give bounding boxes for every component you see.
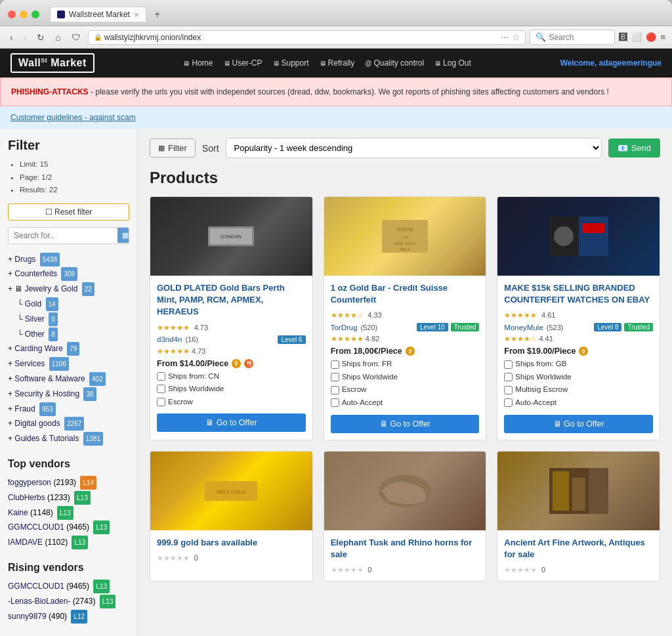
vendor-kaine-link[interactable]: Kaine — [8, 508, 28, 517]
ships-worldwide-cb-3[interactable] — [504, 373, 513, 381]
username-link[interactable]: adageemeringue — [599, 58, 662, 68]
ships-from-cb-1[interactable] — [157, 372, 165, 381]
product-title-link-2[interactable]: 1 oz Gold Bar - Credit Suisse Counterfei… — [331, 282, 480, 306]
autoaccept-cb-2[interactable] — [331, 398, 339, 407]
cat-gold[interactable]: └ Gold 14 — [8, 297, 129, 312]
maximize-window-button[interactable] — [32, 11, 39, 18]
cat-jewelry-gold[interactable]: + 🖥 Jewelry & Gold 22 — [8, 282, 129, 297]
product-title-1: GOLD PLATED Gold Bars Perth Mint, PAMP, … — [157, 282, 306, 318]
star-icon[interactable]: ☆ — [513, 33, 520, 42]
vendor-iamdave-link[interactable]: IAMDAVE — [8, 538, 43, 547]
btc-icon-2: ₿ — [406, 347, 415, 356]
rising-vendor-lenas-link[interactable]: -Lenas-BioLaden- — [8, 597, 70, 606]
address-bar-icons: ⋯ ☆ — [501, 33, 520, 42]
go-offer-button-2[interactable]: 🖥 Go to Offer — [331, 415, 480, 433]
vendor-clubherbs-link[interactable]: ClubHerbs — [8, 493, 45, 502]
guideline-link[interactable]: Customer guidelines - against scam — [10, 113, 136, 122]
rating-val-1: 4.73 — [194, 324, 208, 331]
go-offer-button-3[interactable]: 🖥 Go to Offer — [504, 415, 653, 433]
bookmark-icon[interactable]: ⋯ — [501, 33, 509, 42]
home-button[interactable]: ⌂ — [52, 31, 64, 44]
category-search-button[interactable]: ▦ — [117, 228, 129, 243]
forward-button[interactable]: › — [20, 31, 30, 44]
cat-services[interactable]: + Services 1106 — [8, 356, 129, 371]
filter-button[interactable]: ▦ Filter — [150, 138, 196, 158]
product-title-link-6[interactable]: Ancient Art Fine Artwork, Antiques for s… — [504, 537, 653, 561]
tab-close-button[interactable]: ✕ — [134, 11, 139, 18]
quality-nav-icon: @ — [365, 60, 371, 67]
rising-vendor-sunny-link[interactable]: sunny9879 — [8, 612, 47, 621]
ships-worldwide-cb-2[interactable] — [331, 373, 339, 381]
browser-search-box[interactable]: 🔍 — [530, 30, 615, 45]
minimize-window-button[interactable] — [20, 11, 28, 18]
reset-filter-button[interactable]: ☐ Reset filter — [8, 203, 129, 221]
cat-other[interactable]: └ Other 8 — [8, 327, 129, 342]
screen-share-icon[interactable]: ⬜ — [631, 32, 642, 42]
product-image-1: D3ND4N — [150, 197, 312, 276]
product-title-link-3[interactable]: MAKE $15k SELLING BRANDED COUNTERFEIT WA… — [504, 282, 653, 306]
cat-fraud[interactable]: + Fraud 953 — [8, 402, 129, 417]
browser-search-input[interactable] — [549, 33, 608, 42]
reload-button[interactable]: ↻ — [33, 31, 48, 44]
ships-worldwide-cb-1[interactable] — [157, 385, 165, 393]
vendor-iamdave: IAMDAVE (1102) L13 — [8, 535, 129, 550]
address-bar[interactable]: 🔒 wallstyizjhkrvmj.onion/index ⋯ ☆ — [88, 30, 526, 45]
nav-refrally[interactable]: 🖥Refrally — [320, 58, 355, 68]
product-stars-6: ★★★★★ 0 — [504, 564, 653, 574]
escrow-cb-1[interactable] — [157, 398, 165, 406]
notification-icon[interactable]: 🔴 — [646, 32, 656, 42]
new-tab-button[interactable]: + — [154, 9, 160, 20]
escrow-cb-3[interactable] — [504, 386, 513, 394]
category-search-input[interactable] — [9, 228, 117, 244]
vendor-link-2[interactable]: TorDrug — [331, 324, 358, 331]
vendor-ggmccloud1-link[interactable]: GGMCCLOUD1 — [8, 522, 64, 532]
rising-vendor-ggmccloud1-link[interactable]: GGMCCLOUD1 — [8, 582, 64, 591]
autoaccept-label-3: Auto-Accept — [504, 396, 653, 410]
ships-from-cb-2[interactable] — [331, 360, 339, 369]
shield-button[interactable]: 🛡 — [68, 31, 84, 44]
bluetooth-icon[interactable]: 🅱 — [619, 32, 627, 42]
rising-vendor-level-ggmccloud1: L13 — [93, 580, 110, 593]
autoaccept-cb-3[interactable] — [504, 398, 513, 407]
product-title-link-1[interactable]: GOLD PLATED Gold Bars Perth Mint, PAMP, … — [157, 282, 306, 318]
send-button[interactable]: 📧 Send — [608, 138, 660, 158]
escrow-cb-2[interactable] — [331, 386, 339, 394]
cat-carding-ware[interactable]: + Carding Ware 79 — [8, 341, 129, 356]
product-image-3 — [497, 197, 660, 276]
filter-icon: ▦ — [158, 144, 165, 152]
go-offer-label-2: Go to Offer — [390, 419, 430, 429]
nav-user-cp[interactable]: 🖥User-CP — [224, 58, 262, 68]
product-title-link-5[interactable]: Elephant Tusk and Rhino horns for sale — [331, 537, 480, 561]
guideline-alert[interactable]: Customer guidelines - against scam — [0, 106, 672, 129]
more-options-button[interactable]: ≡ — [660, 32, 665, 42]
nav-quality-control[interactable]: @Quality control — [365, 58, 424, 68]
product-body-3: MAKE $15k SELLING BRANDED COUNTERFEIT WA… — [497, 276, 660, 440]
vendor-ggmccloud1: GGMCCLOUD1 (9465) L13 — [8, 520, 129, 535]
vendor-rating-row-2: ★★★★★ 4.82 — [331, 335, 480, 343]
nav-support[interactable]: 🖥Support — [273, 58, 309, 68]
vendor-reviews-2: (520) — [361, 324, 378, 331]
filter-results: Results: 22 — [20, 184, 129, 197]
back-button[interactable]: ‹ — [7, 31, 16, 44]
sort-select[interactable]: Popularity - 1 week descending — [226, 138, 602, 158]
vendor-link-1[interactable]: d3nd4n — [157, 335, 182, 343]
vendor-foggyperson-link[interactable]: foggyperson — [8, 478, 51, 487]
vendor-link-3[interactable]: MoneyMule — [504, 324, 543, 331]
close-window-button[interactable] — [8, 11, 16, 18]
stars-icon-2: ★★★★☆ — [331, 311, 364, 319]
product-title-link-4[interactable]: 999.9 gold bars available — [157, 537, 306, 549]
cat-digital-goods[interactable]: + Digital goods 2267 — [8, 416, 129, 431]
cat-guides-tutorials[interactable]: + Guides & Tutorials 1381 — [8, 431, 129, 446]
browser-tab[interactable]: Wallstreet Market ✕ — [50, 7, 146, 22]
nav-logout[interactable]: 🖥Log Out — [434, 58, 471, 68]
cat-silver[interactable]: └ Silver 0 — [8, 312, 129, 327]
cat-security-hosting[interactable]: + Security & Hosting 38 — [8, 387, 129, 402]
ships-from-cb-3[interactable] — [504, 360, 513, 369]
vendor-rating-row-3: ★★★★☆ 4.41 — [504, 335, 653, 343]
go-offer-button-1[interactable]: 🖥 Go to Offer — [157, 413, 306, 432]
cat-software-malware[interactable]: + Software & Malware 402 — [8, 371, 129, 387]
rising-vendor-ggmccloud1: GGMCCLOUD1 (9465) L13 — [8, 579, 129, 594]
cat-drugs[interactable]: + Drugs 5438 — [8, 252, 129, 267]
cat-counterfeits[interactable]: + Counterfeits 308 — [8, 266, 129, 282]
nav-home[interactable]: 🖥Home — [183, 58, 213, 68]
